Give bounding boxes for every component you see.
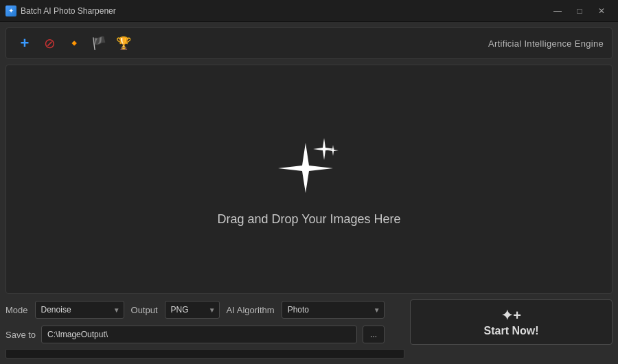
- drop-zone-text: Drag and Drop Your Images Here: [217, 212, 400, 227]
- maximize-button[interactable]: □: [569, 4, 591, 18]
- minimize-button[interactable]: —: [547, 4, 569, 18]
- mode-select-wrapper: Denoise Sharpen Enhance Upscale ▼: [35, 301, 124, 319]
- start-sparkle-icon: ✦+: [501, 307, 521, 323]
- title-bar: ✦ Batch AI Photo Sharpener — □ ✕: [0, 0, 618, 22]
- window-controls: — □ ✕: [547, 4, 613, 18]
- controls-row: Mode Denoise Sharpen Enhance Upscale ▼ O…: [5, 299, 404, 320]
- sparkle-icon: [268, 133, 350, 201]
- start-btn-label: Start Now!: [484, 325, 539, 337]
- main-window: + ⊘ 🔸 🏴 🏆 Artificial Intelligence Engine…: [0, 22, 618, 364]
- algo-label: AI Algorithm: [227, 305, 275, 315]
- bottom-section: Mode Denoise Sharpen Enhance Upscale ▼ O…: [5, 299, 613, 359]
- progress-bar-container: [5, 349, 404, 359]
- save-row: Save to ...: [5, 324, 404, 345]
- output-label: Output: [131, 305, 158, 315]
- title-bar-left: ✦ Batch AI Photo Sharpener: [5, 5, 116, 16]
- mode-select[interactable]: Denoise Sharpen Enhance Upscale: [35, 301, 124, 319]
- save-path-input[interactable]: [41, 326, 357, 343]
- bottom-left: Mode Denoise Sharpen Enhance Upscale ▼ O…: [5, 299, 404, 359]
- remove-button[interactable]: ⊘: [39, 33, 60, 54]
- flag-button[interactable]: 🏴: [89, 33, 109, 54]
- trophy-button[interactable]: 🏆: [113, 33, 134, 54]
- app-icon: ✦: [5, 5, 16, 16]
- output-select-wrapper: PNG JPG BMP TIFF ▼: [165, 301, 220, 319]
- app-title: Batch AI Photo Sharpener: [21, 6, 116, 16]
- browse-button[interactable]: ...: [363, 326, 385, 343]
- engine-label: Artificial Intelligence Engine: [488, 38, 604, 49]
- save-label: Save to: [5, 330, 36, 340]
- output-select[interactable]: PNG JPG BMP TIFF: [165, 301, 220, 319]
- add-files-button[interactable]: +: [14, 33, 35, 54]
- clear-button[interactable]: 🔸: [64, 33, 84, 54]
- toolbar-buttons: + ⊘ 🔸 🏴 🏆: [14, 33, 134, 54]
- toolbar: + ⊘ 🔸 🏴 🏆 Artificial Intelligence Engine: [5, 27, 613, 59]
- algo-select[interactable]: Photo Portrait Landscape Document: [282, 301, 385, 319]
- start-now-button[interactable]: ✦+ Start Now!: [410, 299, 613, 345]
- drop-zone[interactable]: Drag and Drop Your Images Here: [5, 65, 613, 294]
- mode-label: Mode: [5, 305, 28, 315]
- close-button[interactable]: ✕: [591, 4, 613, 18]
- algo-select-wrapper: Photo Portrait Landscape Document ▼: [282, 301, 385, 319]
